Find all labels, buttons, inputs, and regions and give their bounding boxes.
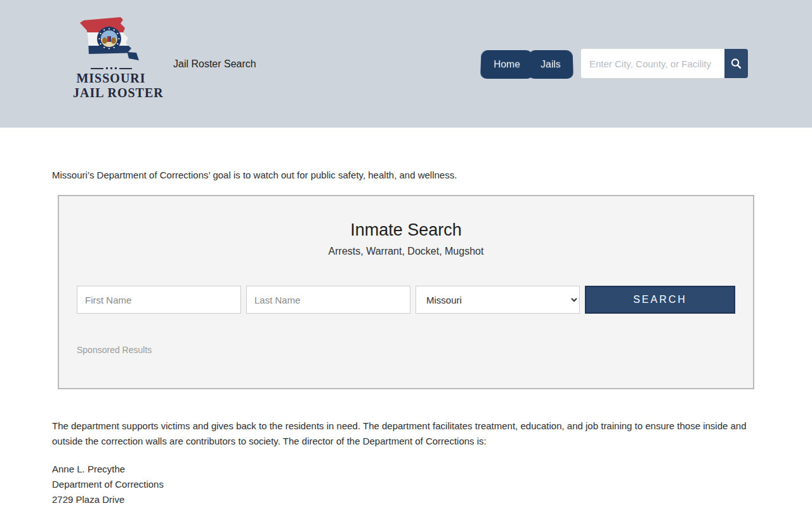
main-nav: Home Jails [480, 49, 573, 79]
facility-searchbar [581, 49, 748, 78]
inmate-search-title: Inmate Search [77, 220, 735, 240]
main-content: Missouri’s Department of Corrections’ go… [52, 170, 760, 508]
inmate-search-form: Missouri SEARCH [77, 286, 735, 314]
department-description: The department supports victims and give… [52, 418, 760, 449]
site-header: MISSOURI JAIL ROSTER Jail Roster Search … [0, 0, 812, 128]
facility-search-input[interactable] [581, 49, 724, 78]
site-logo[interactable]: MISSOURI JAIL ROSTER [73, 15, 149, 100]
address-line-street: 2729 Plaza Drive [52, 492, 760, 507]
inmate-search-subtitle: Arrests, Warrant, Docket, Mugshot [77, 246, 735, 257]
inmate-search-button[interactable]: SEARCH [585, 286, 735, 314]
address-line-department: Department of Corrections [52, 477, 760, 492]
address-line-director: Anne L. Precythe [52, 462, 760, 477]
nav-tab-home[interactable]: Home [480, 50, 534, 79]
first-name-input[interactable] [77, 286, 241, 314]
logo-title-line1: MISSOURI [73, 71, 149, 86]
state-select[interactable]: Missouri [416, 286, 580, 314]
facility-search-button[interactable] [724, 49, 748, 78]
nav-tab-jails[interactable]: Jails [528, 50, 573, 79]
logo-divider [73, 67, 149, 69]
address-block: Anne L. Precythe Department of Correctio… [52, 462, 760, 508]
intro-text: Missouri’s Department of Corrections’ go… [52, 170, 760, 180]
search-icon [730, 57, 743, 70]
sponsored-results-label: Sponsored Results [77, 345, 735, 355]
missouri-flag-map-icon [75, 15, 147, 65]
logo-title-line2: JAIL ROSTER [73, 86, 149, 100]
last-name-input[interactable] [246, 286, 410, 314]
site-caption: Jail Roster Search [173, 58, 256, 70]
inmate-search-panel: Inmate Search Arrests, Warrant, Docket, … [58, 195, 754, 389]
